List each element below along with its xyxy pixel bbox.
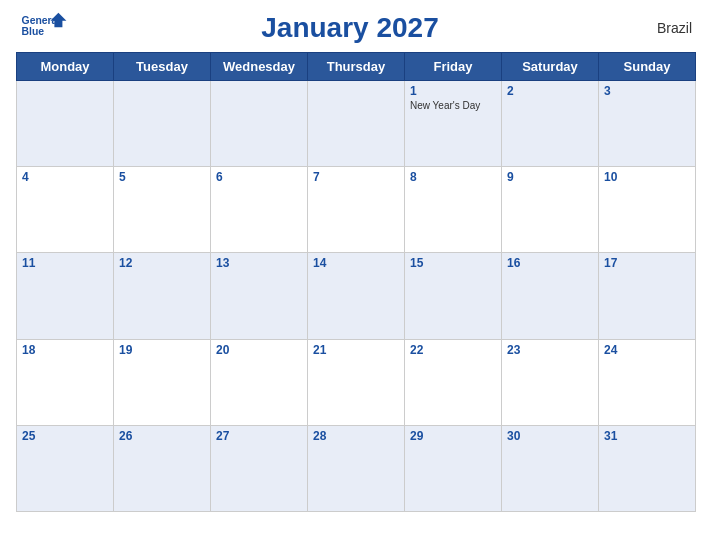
calendar-cell: 10 xyxy=(599,167,696,253)
day-number: 9 xyxy=(507,170,593,184)
calendar-cell xyxy=(17,81,114,167)
day-number: 31 xyxy=(604,429,690,443)
calendar-cell: 2 xyxy=(502,81,599,167)
day-number: 24 xyxy=(604,343,690,357)
svg-text:Blue: Blue xyxy=(22,26,45,37)
calendar-cell: 29 xyxy=(405,425,502,511)
day-number: 16 xyxy=(507,256,593,270)
day-number: 7 xyxy=(313,170,399,184)
calendar-cell: 18 xyxy=(17,339,114,425)
calendar-cell: 11 xyxy=(17,253,114,339)
calendar-cell: 4 xyxy=(17,167,114,253)
day-number: 13 xyxy=(216,256,302,270)
calendar-cell: 12 xyxy=(114,253,211,339)
day-number: 19 xyxy=(119,343,205,357)
calendar-cell: 24 xyxy=(599,339,696,425)
day-number: 5 xyxy=(119,170,205,184)
calendar-cell: 6 xyxy=(211,167,308,253)
day-number: 28 xyxy=(313,429,399,443)
day-number: 30 xyxy=(507,429,593,443)
weekday-header-row: Monday Tuesday Wednesday Thursday Friday… xyxy=(17,53,696,81)
day-number: 4 xyxy=(22,170,108,184)
day-number: 6 xyxy=(216,170,302,184)
day-number: 25 xyxy=(22,429,108,443)
day-number: 18 xyxy=(22,343,108,357)
calendar-cell: 30 xyxy=(502,425,599,511)
calendar-cell: 14 xyxy=(308,253,405,339)
day-number: 3 xyxy=(604,84,690,98)
day-number: 11 xyxy=(22,256,108,270)
day-number: 26 xyxy=(119,429,205,443)
day-number: 1 xyxy=(410,84,496,98)
col-header-thursday: Thursday xyxy=(308,53,405,81)
calendar-cell: 28 xyxy=(308,425,405,511)
col-header-saturday: Saturday xyxy=(502,53,599,81)
calendar-cell: 25 xyxy=(17,425,114,511)
calendar-cell: 20 xyxy=(211,339,308,425)
col-header-wednesday: Wednesday xyxy=(211,53,308,81)
week-row-3: 11121314151617 xyxy=(17,253,696,339)
calendar-cell xyxy=(114,81,211,167)
day-number: 23 xyxy=(507,343,593,357)
day-number: 20 xyxy=(216,343,302,357)
day-number: 15 xyxy=(410,256,496,270)
calendar-cell: 5 xyxy=(114,167,211,253)
calendar-cell: 13 xyxy=(211,253,308,339)
calendar-header: General Blue January 2027 Brazil xyxy=(16,10,696,46)
calendar-cell: 9 xyxy=(502,167,599,253)
calendar-cell: 3 xyxy=(599,81,696,167)
calendar-cell: 1New Year's Day xyxy=(405,81,502,167)
week-row-1: 1New Year's Day23 xyxy=(17,81,696,167)
calendar-wrapper: General Blue January 2027 Brazil Monday … xyxy=(0,0,712,550)
day-number: 27 xyxy=(216,429,302,443)
calendar-cell: 22 xyxy=(405,339,502,425)
day-number: 10 xyxy=(604,170,690,184)
calendar-cell: 21 xyxy=(308,339,405,425)
calendar-cell xyxy=(211,81,308,167)
day-number: 2 xyxy=(507,84,593,98)
calendar-cell xyxy=(308,81,405,167)
day-number: 17 xyxy=(604,256,690,270)
day-number: 22 xyxy=(410,343,496,357)
calendar-cell: 8 xyxy=(405,167,502,253)
calendar-cell: 17 xyxy=(599,253,696,339)
calendar-table: Monday Tuesday Wednesday Thursday Friday… xyxy=(16,52,696,512)
col-header-sunday: Sunday xyxy=(599,53,696,81)
calendar-cell: 16 xyxy=(502,253,599,339)
day-number: 21 xyxy=(313,343,399,357)
day-number: 12 xyxy=(119,256,205,270)
logo-area: General Blue xyxy=(20,10,68,46)
week-row-4: 18192021222324 xyxy=(17,339,696,425)
country-label: Brazil xyxy=(632,20,692,36)
holiday-label: New Year's Day xyxy=(410,100,496,112)
calendar-cell: 31 xyxy=(599,425,696,511)
week-row-5: 25262728293031 xyxy=(17,425,696,511)
calendar-cell: 7 xyxy=(308,167,405,253)
calendar-cell: 19 xyxy=(114,339,211,425)
month-title: January 2027 xyxy=(261,12,438,44)
calendar-cell: 27 xyxy=(211,425,308,511)
col-header-monday: Monday xyxy=(17,53,114,81)
col-header-friday: Friday xyxy=(405,53,502,81)
general-blue-logo-icon: General Blue xyxy=(20,10,68,46)
calendar-cell: 15 xyxy=(405,253,502,339)
calendar-cell: 23 xyxy=(502,339,599,425)
week-row-2: 45678910 xyxy=(17,167,696,253)
col-header-tuesday: Tuesday xyxy=(114,53,211,81)
day-number: 8 xyxy=(410,170,496,184)
day-number: 29 xyxy=(410,429,496,443)
calendar-cell: 26 xyxy=(114,425,211,511)
day-number: 14 xyxy=(313,256,399,270)
